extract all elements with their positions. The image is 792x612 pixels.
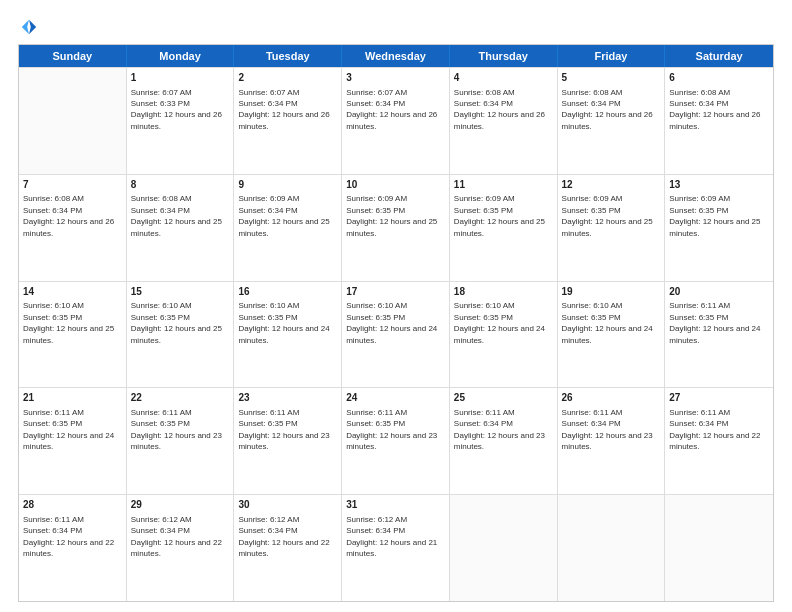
cal-cell: 3Sunrise: 6:07 AMSunset: 6:34 PMDaylight… bbox=[342, 68, 450, 174]
cal-week-1: 1Sunrise: 6:07 AMSunset: 6:33 PMDaylight… bbox=[19, 67, 773, 174]
cell-info: Sunrise: 6:07 AMSunset: 6:34 PMDaylight:… bbox=[238, 88, 329, 131]
cell-info: Sunrise: 6:10 AMSunset: 6:35 PMDaylight:… bbox=[131, 301, 222, 344]
day-number: 21 bbox=[23, 391, 122, 405]
cal-week-4: 21Sunrise: 6:11 AMSunset: 6:35 PMDayligh… bbox=[19, 387, 773, 494]
day-number: 30 bbox=[238, 498, 337, 512]
cal-cell: 20Sunrise: 6:11 AMSunset: 6:35 PMDayligh… bbox=[665, 282, 773, 388]
header-day-tuesday: Tuesday bbox=[234, 45, 342, 67]
cell-info: Sunrise: 6:11 AMSunset: 6:35 PMDaylight:… bbox=[669, 301, 760, 344]
day-number: 17 bbox=[346, 285, 445, 299]
day-number: 1 bbox=[131, 71, 230, 85]
day-number: 24 bbox=[346, 391, 445, 405]
day-number: 6 bbox=[669, 71, 769, 85]
day-number: 15 bbox=[131, 285, 230, 299]
cell-info: Sunrise: 6:12 AMSunset: 6:34 PMDaylight:… bbox=[346, 515, 437, 558]
cal-cell bbox=[450, 495, 558, 601]
cell-info: Sunrise: 6:10 AMSunset: 6:35 PMDaylight:… bbox=[346, 301, 437, 344]
cell-info: Sunrise: 6:11 AMSunset: 6:35 PMDaylight:… bbox=[238, 408, 329, 451]
cal-cell: 31Sunrise: 6:12 AMSunset: 6:34 PMDayligh… bbox=[342, 495, 450, 601]
cal-cell: 15Sunrise: 6:10 AMSunset: 6:35 PMDayligh… bbox=[127, 282, 235, 388]
cal-cell: 18Sunrise: 6:10 AMSunset: 6:35 PMDayligh… bbox=[450, 282, 558, 388]
cal-cell: 24Sunrise: 6:11 AMSunset: 6:35 PMDayligh… bbox=[342, 388, 450, 494]
day-number: 14 bbox=[23, 285, 122, 299]
cell-info: Sunrise: 6:08 AMSunset: 6:34 PMDaylight:… bbox=[23, 194, 114, 237]
day-number: 27 bbox=[669, 391, 769, 405]
cal-cell: 28Sunrise: 6:11 AMSunset: 6:34 PMDayligh… bbox=[19, 495, 127, 601]
cell-info: Sunrise: 6:11 AMSunset: 6:34 PMDaylight:… bbox=[669, 408, 760, 451]
header-day-friday: Friday bbox=[558, 45, 666, 67]
page: SundayMondayTuesdayWednesdayThursdayFrid… bbox=[0, 0, 792, 612]
day-number: 25 bbox=[454, 391, 553, 405]
cal-cell: 27Sunrise: 6:11 AMSunset: 6:34 PMDayligh… bbox=[665, 388, 773, 494]
cal-cell: 29Sunrise: 6:12 AMSunset: 6:34 PMDayligh… bbox=[127, 495, 235, 601]
cal-cell: 11Sunrise: 6:09 AMSunset: 6:35 PMDayligh… bbox=[450, 175, 558, 281]
day-number: 8 bbox=[131, 178, 230, 192]
day-number: 10 bbox=[346, 178, 445, 192]
cell-info: Sunrise: 6:08 AMSunset: 6:34 PMDaylight:… bbox=[562, 88, 653, 131]
header bbox=[18, 18, 774, 36]
cal-week-5: 28Sunrise: 6:11 AMSunset: 6:34 PMDayligh… bbox=[19, 494, 773, 601]
header-day-wednesday: Wednesday bbox=[342, 45, 450, 67]
day-number: 18 bbox=[454, 285, 553, 299]
day-number: 26 bbox=[562, 391, 661, 405]
cal-cell: 17Sunrise: 6:10 AMSunset: 6:35 PMDayligh… bbox=[342, 282, 450, 388]
cal-cell: 10Sunrise: 6:09 AMSunset: 6:35 PMDayligh… bbox=[342, 175, 450, 281]
day-number: 31 bbox=[346, 498, 445, 512]
svg-marker-0 bbox=[29, 20, 36, 34]
header-day-sunday: Sunday bbox=[19, 45, 127, 67]
cell-info: Sunrise: 6:09 AMSunset: 6:35 PMDaylight:… bbox=[454, 194, 545, 237]
header-day-monday: Monday bbox=[127, 45, 235, 67]
cell-info: Sunrise: 6:08 AMSunset: 6:34 PMDaylight:… bbox=[454, 88, 545, 131]
day-number: 16 bbox=[238, 285, 337, 299]
cal-cell: 21Sunrise: 6:11 AMSunset: 6:35 PMDayligh… bbox=[19, 388, 127, 494]
cal-cell: 12Sunrise: 6:09 AMSunset: 6:35 PMDayligh… bbox=[558, 175, 666, 281]
day-number: 5 bbox=[562, 71, 661, 85]
day-number: 11 bbox=[454, 178, 553, 192]
cal-cell: 2Sunrise: 6:07 AMSunset: 6:34 PMDaylight… bbox=[234, 68, 342, 174]
cell-info: Sunrise: 6:10 AMSunset: 6:35 PMDaylight:… bbox=[23, 301, 114, 344]
cal-cell: 14Sunrise: 6:10 AMSunset: 6:35 PMDayligh… bbox=[19, 282, 127, 388]
day-number: 7 bbox=[23, 178, 122, 192]
day-number: 2 bbox=[238, 71, 337, 85]
cell-info: Sunrise: 6:07 AMSunset: 6:34 PMDaylight:… bbox=[346, 88, 437, 131]
cal-cell: 30Sunrise: 6:12 AMSunset: 6:34 PMDayligh… bbox=[234, 495, 342, 601]
cal-cell: 22Sunrise: 6:11 AMSunset: 6:35 PMDayligh… bbox=[127, 388, 235, 494]
day-number: 12 bbox=[562, 178, 661, 192]
cal-week-2: 7Sunrise: 6:08 AMSunset: 6:34 PMDaylight… bbox=[19, 174, 773, 281]
cal-cell: 23Sunrise: 6:11 AMSunset: 6:35 PMDayligh… bbox=[234, 388, 342, 494]
cal-cell: 6Sunrise: 6:08 AMSunset: 6:34 PMDaylight… bbox=[665, 68, 773, 174]
svg-marker-1 bbox=[22, 20, 29, 34]
logo-icon bbox=[20, 18, 38, 36]
cal-cell: 4Sunrise: 6:08 AMSunset: 6:34 PMDaylight… bbox=[450, 68, 558, 174]
cell-info: Sunrise: 6:11 AMSunset: 6:34 PMDaylight:… bbox=[23, 515, 114, 558]
calendar: SundayMondayTuesdayWednesdayThursdayFrid… bbox=[18, 44, 774, 602]
day-number: 20 bbox=[669, 285, 769, 299]
cal-cell: 7Sunrise: 6:08 AMSunset: 6:34 PMDaylight… bbox=[19, 175, 127, 281]
header-day-saturday: Saturday bbox=[665, 45, 773, 67]
cal-cell: 13Sunrise: 6:09 AMSunset: 6:35 PMDayligh… bbox=[665, 175, 773, 281]
day-number: 23 bbox=[238, 391, 337, 405]
calendar-body: 1Sunrise: 6:07 AMSunset: 6:33 PMDaylight… bbox=[19, 67, 773, 601]
cell-info: Sunrise: 6:08 AMSunset: 6:34 PMDaylight:… bbox=[131, 194, 222, 237]
cal-cell bbox=[558, 495, 666, 601]
cal-cell bbox=[19, 68, 127, 174]
cal-cell bbox=[665, 495, 773, 601]
cal-cell: 19Sunrise: 6:10 AMSunset: 6:35 PMDayligh… bbox=[558, 282, 666, 388]
day-number: 29 bbox=[131, 498, 230, 512]
cal-cell: 5Sunrise: 6:08 AMSunset: 6:34 PMDaylight… bbox=[558, 68, 666, 174]
cell-info: Sunrise: 6:11 AMSunset: 6:35 PMDaylight:… bbox=[131, 408, 222, 451]
day-number: 28 bbox=[23, 498, 122, 512]
day-number: 4 bbox=[454, 71, 553, 85]
cell-info: Sunrise: 6:09 AMSunset: 6:35 PMDaylight:… bbox=[346, 194, 437, 237]
cell-info: Sunrise: 6:11 AMSunset: 6:35 PMDaylight:… bbox=[346, 408, 437, 451]
cell-info: Sunrise: 6:12 AMSunset: 6:34 PMDaylight:… bbox=[238, 515, 329, 558]
calendar-header: SundayMondayTuesdayWednesdayThursdayFrid… bbox=[19, 45, 773, 67]
cell-info: Sunrise: 6:10 AMSunset: 6:35 PMDaylight:… bbox=[562, 301, 653, 344]
cell-info: Sunrise: 6:12 AMSunset: 6:34 PMDaylight:… bbox=[131, 515, 222, 558]
cell-info: Sunrise: 6:11 AMSunset: 6:35 PMDaylight:… bbox=[23, 408, 114, 451]
day-number: 19 bbox=[562, 285, 661, 299]
cal-cell: 1Sunrise: 6:07 AMSunset: 6:33 PMDaylight… bbox=[127, 68, 235, 174]
cell-info: Sunrise: 6:07 AMSunset: 6:33 PMDaylight:… bbox=[131, 88, 222, 131]
day-number: 22 bbox=[131, 391, 230, 405]
day-number: 3 bbox=[346, 71, 445, 85]
